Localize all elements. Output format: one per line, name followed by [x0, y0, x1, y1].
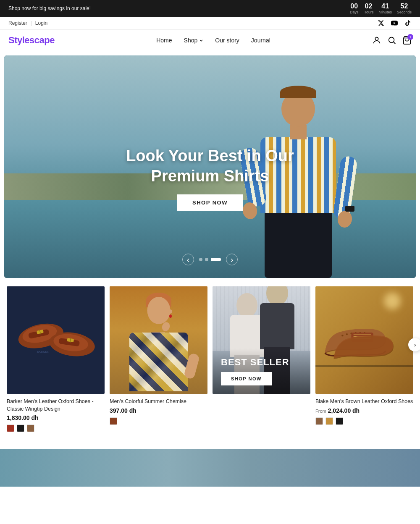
hair	[280, 86, 316, 98]
svg-point-0	[375, 37, 378, 40]
swatch-black2[interactable]	[336, 417, 343, 425]
days-value: 00	[350, 3, 359, 10]
hours-value: 02	[363, 3, 373, 10]
swatch-black[interactable]	[17, 424, 24, 432]
divider: |	[31, 20, 32, 26]
slider-next-button[interactable]: ›	[226, 254, 238, 265]
product-price-2: 397.00 dh	[110, 407, 207, 414]
dot-2[interactable]	[205, 258, 208, 261]
shop-label: Shop	[184, 37, 198, 44]
logo-text3: cape	[34, 35, 55, 45]
top-nav: Register | Login	[0, 17, 420, 30]
shoe1-background: BARKER	[7, 286, 105, 394]
slider-controls: ‹ ›	[182, 254, 238, 265]
price-from-label: From	[315, 409, 326, 414]
countdown: 00 Days 02 Hours 41 Minutes 52 Seconds	[350, 3, 412, 14]
svg-point-1	[389, 37, 394, 43]
hero-cta-button[interactable]: SHOP NOW	[177, 194, 243, 211]
product-name-1: Barker Men's Leather Oxford Shoes - Clas…	[7, 398, 105, 413]
logo[interactable]: Stylescape	[8, 35, 55, 46]
slider-prev-button[interactable]: ‹	[182, 254, 194, 265]
neck	[290, 125, 307, 139]
watch	[345, 206, 354, 212]
nav-home[interactable]: Home	[156, 37, 172, 44]
countdown-days: 00 Days	[350, 3, 359, 14]
product-image-4[interactable]	[315, 286, 413, 394]
bestseller-cta-button[interactable]: SHOP NOW	[221, 372, 272, 385]
coat-right	[260, 303, 294, 349]
social-links	[377, 19, 412, 27]
countdown-seconds: 52 Seconds	[397, 3, 412, 14]
seconds-value: 52	[397, 3, 412, 10]
ear	[168, 309, 172, 314]
swatch-tan[interactable]	[27, 424, 34, 432]
bestseller-card: BEST SELLER SHOP NOW	[210, 286, 313, 432]
countdown-minutes: 41 Minutes	[378, 3, 392, 14]
bottom-teaser	[0, 449, 420, 487]
seconds-label: Seconds	[397, 10, 412, 14]
head-left	[236, 293, 257, 317]
product-name-2: Men's Colorful Summer Chemise	[110, 398, 207, 406]
shirt-product-bg	[110, 286, 207, 394]
chevron-down-icon	[199, 38, 203, 42]
announcement-bar: Shop now for big savings in our sale! 00…	[0, 0, 420, 17]
header-icons: 1	[372, 36, 412, 45]
color-swatches-4	[315, 417, 413, 425]
dot-1[interactable]	[199, 258, 202, 261]
section-gap	[0, 278, 420, 286]
svg-point-15	[341, 335, 343, 337]
product-price-4: From2,024.00 dh	[315, 407, 413, 414]
bestseller-overlay: BEST SELLER SHOP NOW	[213, 348, 310, 394]
swatch-brown[interactable]	[110, 417, 117, 425]
hero-title: Look Your Best in Our Premium Shirts	[105, 146, 315, 186]
dot-3[interactable]	[211, 258, 221, 261]
slider-dots	[199, 258, 221, 261]
logo-text1: Style	[8, 35, 29, 45]
bokeh-light	[384, 293, 401, 309]
svg-text:BARKER: BARKER	[37, 350, 49, 353]
products-row: BARKER Barker Men's Leather Oxford Shoes…	[0, 286, 420, 432]
product-image-1[interactable]: BARKER	[7, 286, 105, 394]
earring	[169, 314, 172, 318]
bestseller-image: BEST SELLER SHOP NOW	[213, 286, 310, 394]
user-icon[interactable]	[372, 36, 381, 45]
swatch-red[interactable]	[7, 424, 14, 432]
man2-shirt	[129, 333, 188, 391]
cart-icon[interactable]: 1	[402, 36, 412, 45]
svg-point-16	[346, 333, 347, 335]
product-name-4: Blake Men's Brown Leather Oxford Shoes	[315, 398, 413, 406]
product-card-2: Men's Colorful Summer Chemise 397.00 dh	[107, 286, 210, 432]
products-next-button[interactable]: ›	[408, 338, 420, 351]
swatch-camel[interactable]	[326, 417, 333, 425]
countdown-hours: 02 Hours	[363, 3, 373, 14]
bestseller-label: BEST SELLER	[221, 357, 302, 368]
shirt-pattern	[129, 333, 188, 391]
loafer-svg: BARKER	[14, 300, 97, 380]
main-header: Stylescape Home Shop Our story Journal	[0, 30, 420, 51]
main-navigation: Home Shop Our story Journal	[156, 37, 270, 44]
nav-shop[interactable]: Shop	[184, 37, 204, 44]
product-image-2[interactable]	[110, 286, 207, 394]
color-swatches-1	[7, 424, 105, 432]
pants	[265, 207, 332, 278]
shelf	[315, 365, 413, 367]
nav-our-story[interactable]: Our story	[215, 37, 239, 44]
swatch-tan2[interactable]	[315, 417, 323, 425]
twitter-icon[interactable]	[377, 19, 385, 27]
tiktok-icon[interactable]	[404, 19, 412, 27]
logo-text2: s	[29, 35, 34, 45]
hours-label: Hours	[363, 10, 373, 14]
svg-line-2	[394, 42, 395, 44]
minutes-value: 41	[378, 3, 392, 10]
sale-text: Shop now for big savings in our sale!	[8, 5, 350, 11]
search-icon[interactable]	[387, 36, 396, 45]
hero-slider: Look Your Best in Our Premium Shirts SHO…	[4, 55, 416, 278]
login-link[interactable]: Login	[35, 20, 47, 26]
youtube-icon[interactable]	[391, 19, 398, 27]
shoe4-background	[315, 286, 413, 394]
register-link[interactable]: Register	[8, 20, 27, 26]
auth-links: Register | Login	[8, 20, 47, 26]
nav-journal[interactable]: Journal	[251, 37, 270, 44]
days-label: Days	[350, 10, 359, 14]
cart-badge: 1	[407, 34, 413, 40]
